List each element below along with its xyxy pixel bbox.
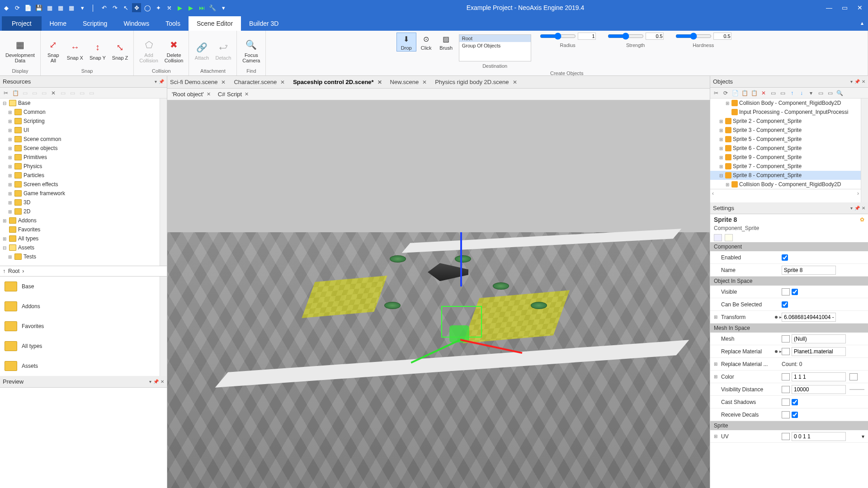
new-icon[interactable]: 📄: [731, 89, 739, 97]
delete-icon[interactable]: ✕: [49, 89, 57, 97]
menu-tab-tools[interactable]: Tools: [157, 16, 189, 31]
slider-input[interactable]: [540, 33, 576, 40]
panel-close-icon[interactable]: ✕: [862, 79, 865, 84]
property-input[interactable]: [782, 313, 836, 322]
objects-tree[interactable]: ⊞Collision Body - Component_RigidBody2DI…: [710, 99, 861, 202]
expand-icon[interactable]: ⊞: [7, 119, 13, 124]
expand-icon[interactable]: ⊞: [718, 164, 724, 169]
expand-icon[interactable]: ⊞: [7, 155, 13, 160]
delete-collision-button[interactable]: ✖Delete Collision: [162, 37, 186, 64]
expand-icon[interactable]: ⊞: [7, 173, 13, 178]
create-mode-drop[interactable]: ⬇Drop: [396, 33, 416, 52]
qat-overflow-icon[interactable]: ▾: [219, 3, 228, 12]
panel-close-icon[interactable]: ✕: [160, 379, 164, 384]
tab-close-icon[interactable]: ✕: [377, 79, 382, 85]
panel-pin-icon[interactable]: 📌: [153, 379, 159, 384]
wrench-icon[interactable]: 🔧: [208, 3, 217, 12]
tree-node[interactable]: ⊞Scripting: [0, 117, 160, 126]
tool-icon[interactable]: ▭: [68, 89, 76, 97]
property-checkbox[interactable]: [792, 289, 798, 295]
expand-icon[interactable]: ⊞: [7, 209, 13, 214]
play-green-icon[interactable]: ▶: [175, 3, 184, 12]
close-button[interactable]: ✕: [854, 2, 866, 13]
tree-node[interactable]: ⊟Assets: [0, 243, 160, 252]
axis-icon[interactable]: ✦: [154, 3, 163, 12]
value-chip-icon[interactable]: [782, 411, 790, 418]
tree-node[interactable]: ⊞Scene common: [0, 135, 160, 144]
expand-icon[interactable]: ⊞: [2, 236, 7, 241]
value-chip-icon[interactable]: [782, 373, 790, 380]
menu-tab-home[interactable]: Home: [42, 16, 75, 31]
slider-value[interactable]: [646, 33, 664, 40]
redo-icon[interactable]: ↷: [110, 3, 119, 12]
breadcrumb[interactable]: ↑ Root ›: [0, 266, 167, 277]
slider-input[interactable]: [608, 33, 644, 40]
scroll-left-icon[interactable]: ‹: [712, 190, 714, 197]
tree-node[interactable]: ⊞Particles: [0, 171, 160, 180]
expand-icon[interactable]: ⊟: [2, 101, 7, 106]
expand-icon[interactable]: ⊞: [714, 374, 719, 379]
list-item[interactable]: Group Of Objects: [459, 42, 531, 49]
pointer-icon[interactable]: ↖: [121, 3, 130, 12]
tree-node[interactable]: ⊞3D: [0, 198, 160, 207]
move-tool-icon[interactable]: ✥: [132, 3, 141, 12]
list-item[interactable]: Root: [459, 35, 531, 42]
slider-value[interactable]: [578, 33, 596, 40]
object-node[interactable]: ⊞Collision Body - Component_RigidBody2D: [710, 180, 861, 189]
sub-tab[interactable]: 'Root object'✕: [172, 91, 211, 98]
play-icon[interactable]: ▶: [186, 3, 195, 12]
menu-tab-scripting[interactable]: Scripting: [75, 16, 115, 31]
tree-node[interactable]: ⊞Scene objects: [0, 144, 160, 153]
tree-node[interactable]: ⊞UI: [0, 126, 160, 135]
tree-node[interactable]: ⊞Physics: [0, 162, 160, 171]
copy-icon[interactable]: 📋: [741, 89, 749, 97]
property-input[interactable]: [792, 334, 846, 343]
panel-options-icon[interactable]: ▾: [850, 79, 853, 84]
create-mode-click[interactable]: ⊙Click: [416, 33, 436, 52]
menu-tab-windows[interactable]: Windows: [115, 16, 157, 31]
property-checkbox[interactable]: [782, 254, 788, 261]
up-icon[interactable]: ↑: [788, 89, 796, 97]
expand-icon[interactable]: ⊞: [718, 137, 724, 142]
tab-close-icon[interactable]: ✕: [422, 79, 427, 85]
panel-pin-icon[interactable]: 📌: [854, 79, 860, 84]
property-input[interactable]: [782, 266, 836, 275]
qat-dropdown-icon[interactable]: ▾: [78, 3, 87, 12]
tool-icon[interactable]: ▭: [826, 89, 834, 97]
slider-input[interactable]: [675, 33, 712, 40]
panel-options-icon[interactable]: ▾: [155, 79, 157, 84]
expand-icon[interactable]: ⊞: [725, 101, 730, 106]
tool-icon[interactable]: ▭: [778, 89, 787, 97]
folder-item[interactable]: Base: [0, 277, 160, 296]
mode-icon[interactable]: [714, 234, 722, 241]
down-icon[interactable]: ↓: [797, 89, 806, 97]
color-swatch[interactable]: [849, 373, 858, 380]
tree-node[interactable]: ⊞Primitives: [0, 153, 160, 162]
expand-icon[interactable]: ⊞: [725, 182, 730, 187]
menu-tab-scene-editor[interactable]: Scene Editor: [189, 16, 241, 31]
object-node[interactable]: ⊟Sprite 8 - Component_Sprite: [710, 171, 861, 180]
delete-icon[interactable]: ✕: [760, 89, 768, 97]
tool-icon[interactable]: ▭: [40, 89, 48, 97]
folder-item[interactable]: All types: [0, 336, 160, 356]
doc-tab[interactable]: Sci-fi Demo.scene✕: [170, 79, 226, 85]
file-menu[interactable]: Project: [2, 16, 42, 31]
mini-slider[interactable]: [849, 389, 864, 390]
gear-icon[interactable]: ✿: [860, 216, 864, 223]
viewport-3d[interactable]: [167, 100, 710, 488]
add-collision-button[interactable]: ⬠Add Collision: [137, 37, 161, 64]
snap-button-1[interactable]: ↔Snap X: [64, 40, 86, 61]
object-node[interactable]: ⊞Sprite 2 - Component_Sprite: [710, 117, 861, 126]
property-input[interactable]: [792, 432, 846, 441]
property-category[interactable]: Object In Space: [710, 277, 868, 286]
doc-tab[interactable]: Character.scene✕: [234, 79, 285, 85]
value-chip-icon[interactable]: [782, 348, 790, 355]
expand-icon[interactable]: ⊞: [714, 361, 719, 366]
tree-node[interactable]: ⊟Base: [0, 99, 160, 108]
maximize-button[interactable]: ▭: [838, 2, 851, 13]
folder-list[interactable]: BaseAddonsFavoritesAll typesAssets: [0, 277, 160, 376]
property-checkbox[interactable]: [792, 399, 798, 405]
search-icon[interactable]: 🔍: [835, 89, 844, 97]
object-node[interactable]: ⊞Sprite 9 - Component_Sprite: [710, 153, 861, 162]
layout3-icon[interactable]: ▦: [67, 3, 76, 12]
